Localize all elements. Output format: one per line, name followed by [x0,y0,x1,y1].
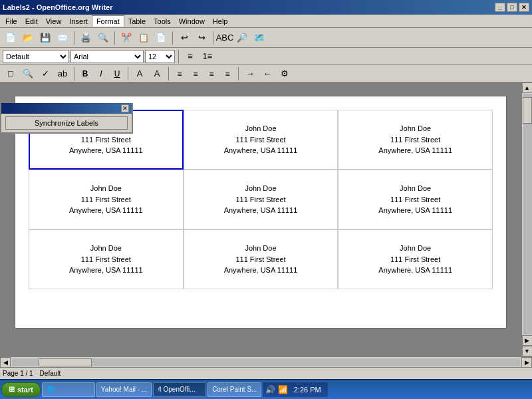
align-justify-btn[interactable]: ≡ [220,67,235,80]
indent-more-btn[interactable]: → [242,66,258,81]
menu-insert[interactable]: Insert [65,16,92,27]
border-btn[interactable]: □ [3,66,19,81]
label-3-city: Anywhere, USA 11111 [378,145,452,156]
label-8-name: John Doe [245,243,276,254]
styles-btn[interactable]: ⚙ [277,66,293,81]
sep7 [128,67,128,80]
taskbar-corel[interactable]: Corel Paint S... [207,382,261,397]
autocorrect-btn[interactable]: ab [55,66,70,81]
label-2-city: Anywhere, USA 11111 [224,145,298,156]
menu-help[interactable]: Help [209,16,232,27]
menu-file[interactable]: File [1,16,21,27]
close-btn[interactable]: ✕ [519,3,529,12]
navigator-btn[interactable]: 🗺️ [251,31,267,45]
tray-icons: 🔊 📶 [265,385,287,394]
highlight-btn[interactable]: A [132,66,148,81]
indent-less-btn[interactable]: ← [259,66,275,81]
label-5[interactable]: John Doe 111 First Street Anywhere, USA … [184,170,338,229]
spellcheck2-btn[interactable]: ✓ [37,66,53,81]
numlist-btn[interactable]: 1≡ [200,49,215,64]
sep8 [168,67,169,80]
label-4-street: 111 First Street [81,194,131,205]
open-btn[interactable]: 📂 [20,31,36,45]
scroll-down-btn[interactable]: ▼ [522,346,533,356]
underline-btn[interactable]: U [110,67,124,80]
align-left-btn[interactable]: ≡ [172,67,187,80]
menu-table[interactable]: Table [124,16,150,27]
copy-btn[interactable]: 📋 [136,31,152,45]
sep2 [114,31,115,45]
label-4-name: John Doe [90,183,122,194]
maximize-btn[interactable]: □ [507,3,517,12]
preview-btn[interactable]: 🔍 [95,31,111,45]
font-select[interactable]: Arial [70,50,144,63]
taskbar-ie[interactable]: 🌐 [42,382,95,397]
scroll-right2-btn[interactable]: ▶ [521,357,532,368]
label-3[interactable]: John Doe 111 First Street Anywhere, USA … [338,110,493,170]
align-center-btn[interactable]: ≡ [188,67,203,80]
label-5-name: John Doe [245,183,276,194]
formatting-toolbar: Default Arial 12 ≡ 1≡ [0,48,532,65]
h-scroll-thumb[interactable] [39,358,92,366]
italic-btn[interactable]: I [94,67,108,80]
menu-edit[interactable]: Edit [21,16,42,27]
scroll-right-btn[interactable]: ▶ [522,335,533,346]
taskbar-yahoo[interactable]: Yahoo! Mail - ... [96,382,152,397]
bold-btn[interactable]: B [78,67,92,80]
save-btn[interactable]: 💾 [37,31,53,45]
find-btn[interactable]: 🔎 [234,31,250,45]
label-6-city: Anywhere, USA 11111 [378,205,452,216]
sync-bar-close-btn[interactable]: ✕ [121,104,129,112]
label-6[interactable]: John Doe 111 First Street Anywhere, USA … [338,170,493,229]
label-2[interactable]: John Doe 111 First Street Anywhere, USA … [184,110,338,170]
taskbar-openoffice[interactable]: 4 OpenOffi... [153,382,206,397]
email-btn[interactable]: ✉️ [55,31,70,45]
start-button[interactable]: ⊞ start [1,382,41,397]
redo-btn[interactable]: ↪ [194,31,209,45]
new-btn[interactable]: 📄 [3,31,19,45]
sep3 [172,31,173,45]
undo-btn[interactable]: ↩ [176,31,192,45]
sep6 [74,67,74,80]
title-bar: Labels2 - OpenOffice.org Writer _ □ ✕ [0,0,532,15]
scroll-thumb[interactable] [523,97,532,124]
print-btn[interactable]: 🖨️ [78,31,94,45]
h-scroll-track[interactable] [12,358,520,366]
sep1 [74,31,74,45]
zoom-btn[interactable]: 🔍 [20,66,36,81]
label-9[interactable]: John Doe 111 First Street Anywhere, USA … [338,229,493,289]
scroll-up-btn[interactable]: ▲ [522,82,533,93]
label-4-city: Anywhere, USA 11111 [69,205,143,216]
horizontal-scrollbar: ◀ ▶ [0,356,532,367]
label-4[interactable]: John Doe 111 First Street Anywhere, USA … [29,170,184,229]
sep5 [178,50,179,63]
synchronize-labels-btn[interactable]: Synchronize Labels [5,116,128,130]
cut-btn[interactable]: ✂️ [118,31,134,45]
sync-labels-bar: ✕ Synchronize Labels [0,103,133,134]
paragraph-toolbar: □ 🔍 ✓ ab B I U A A ≡ ≡ ≡ ≡ → ← ⚙ [0,65,532,82]
menu-tools[interactable]: Tools [150,16,175,27]
menu-window[interactable]: Window [175,16,209,27]
label-8[interactable]: John Doe 111 First Street Anywhere, USA … [184,229,338,289]
style-select[interactable]: Default [3,50,69,63]
paste-btn[interactable]: 📄 [153,31,169,45]
label-3-street: 111 First Street [390,134,440,146]
taskbar: ⊞ start 🌐 Yahoo! Mail - ... 4 OpenOffi..… [0,379,532,399]
label-2-name: John Doe [245,123,276,134]
label-1-street: 111 First Street [81,134,131,146]
list-btn[interactable]: ≡ [182,49,198,64]
minimize-btn[interactable]: _ [495,3,505,12]
align-right-btn[interactable]: ≡ [204,67,219,80]
label-9-name: John Doe [400,243,431,254]
scroll-track[interactable] [523,94,532,334]
scroll-left-btn[interactable]: ◀ [0,357,11,368]
size-select[interactable]: 12 [145,50,175,63]
start-label: start [17,386,33,394]
sep9 [238,67,239,80]
menu-format[interactable]: Format [92,15,124,27]
label-7[interactable]: John Doe 111 First Street Anywhere, USA … [29,229,184,289]
spellcheck-btn[interactable]: ABC [217,31,233,45]
label-9-city: Anywhere, USA 11111 [378,265,452,276]
menu-view[interactable]: View [42,16,66,27]
fontcolor-btn[interactable]: A [149,66,165,81]
